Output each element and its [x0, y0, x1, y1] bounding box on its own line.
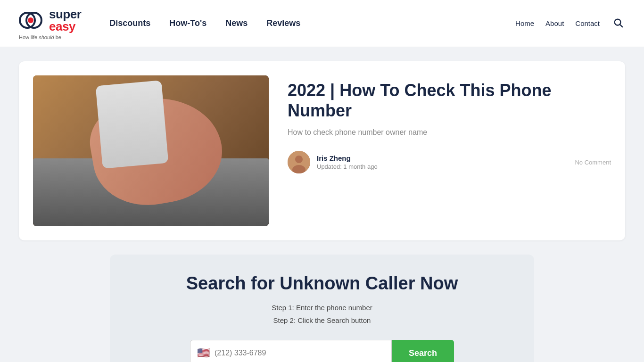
nav-contact[interactable]: Contact — [575, 19, 600, 27]
search-step1: Step 1: Enter the phone number — [124, 301, 520, 314]
search-icon — [613, 17, 623, 28]
avatar-image — [288, 151, 310, 173]
main-content: 2022 | How To Check This Phone Number Ho… — [0, 47, 644, 362]
logo-icon — [19, 7, 45, 33]
logo[interactable]: super easy How life should be — [19, 7, 81, 40]
nav-discounts[interactable]: Discounts — [109, 18, 150, 28]
logo-easy-text: easy — [49, 20, 81, 33]
search-input-row: 🇺🇸 Search — [190, 340, 454, 362]
search-step2: Step 2: Click the Search button — [124, 314, 520, 327]
secondary-navigation: Home About Contact — [515, 16, 625, 31]
search-widget: Search for Unknown Caller Now Step 1: En… — [110, 255, 534, 362]
nav-reviews[interactable]: Reviews — [266, 18, 300, 28]
author-avatar — [288, 151, 310, 173]
primary-navigation: Discounts How-To's News Reviews — [109, 18, 515, 28]
nav-about[interactable]: About — [545, 19, 564, 27]
author-area: Iris Zheng Updated: 1 month ago — [288, 151, 378, 173]
nav-home[interactable]: Home — [515, 19, 534, 27]
nav-news[interactable]: News — [225, 18, 248, 28]
article-title: 2022 | How To Check This Phone Number — [288, 80, 611, 121]
author-date: Updated: 1 month ago — [317, 163, 378, 170]
author-info: Iris Zheng Updated: 1 month ago — [317, 154, 378, 170]
no-comment-label: No Comment — [575, 159, 611, 166]
article-meta: Iris Zheng Updated: 1 month ago No Comme… — [288, 151, 611, 173]
search-widget-title: Search for Unknown Caller Now — [124, 273, 520, 294]
search-icon-button[interactable] — [611, 16, 625, 31]
author-name: Iris Zheng — [317, 154, 378, 162]
site-header: super easy How life should be Discounts … — [0, 0, 644, 47]
article-card: 2022 | How To Check This Phone Number Ho… — [19, 61, 625, 240]
search-widget-steps: Step 1: Enter the phone number Step 2: C… — [124, 301, 520, 327]
article-image — [33, 75, 269, 226]
logo-tagline: How life should be — [19, 34, 61, 40]
nav-howtos[interactable]: How-To's — [169, 18, 206, 28]
phone-input-wrapper: 🇺🇸 — [190, 340, 392, 362]
phone-input[interactable] — [215, 349, 385, 357]
article-content: 2022 | How To Check This Phone Number Ho… — [288, 75, 611, 173]
search-button[interactable]: Search — [392, 340, 454, 362]
svg-line-4 — [620, 25, 622, 27]
svg-point-6 — [295, 156, 303, 163]
logo-super-text: super — [49, 8, 81, 20]
article-subtitle: How to check phone number owner name — [288, 128, 611, 137]
svg-point-2 — [28, 17, 33, 23]
flag-icon: 🇺🇸 — [197, 347, 210, 359]
